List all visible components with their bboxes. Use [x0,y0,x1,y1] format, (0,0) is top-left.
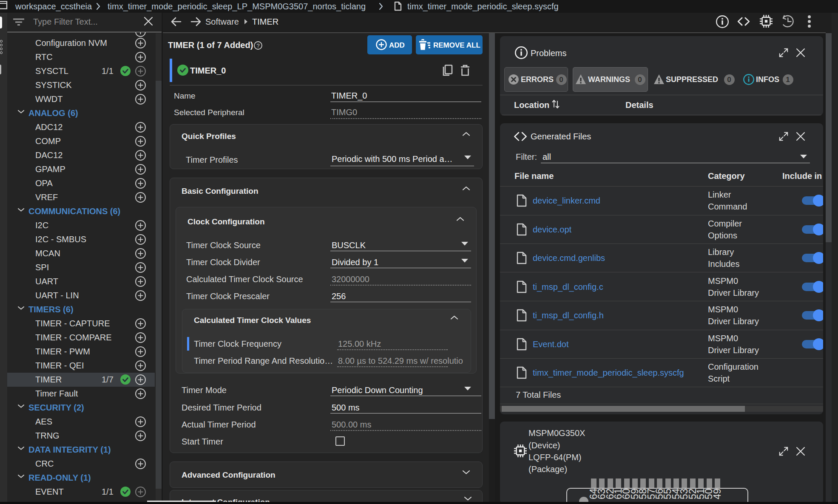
svg-text:?: ? [256,42,259,49]
